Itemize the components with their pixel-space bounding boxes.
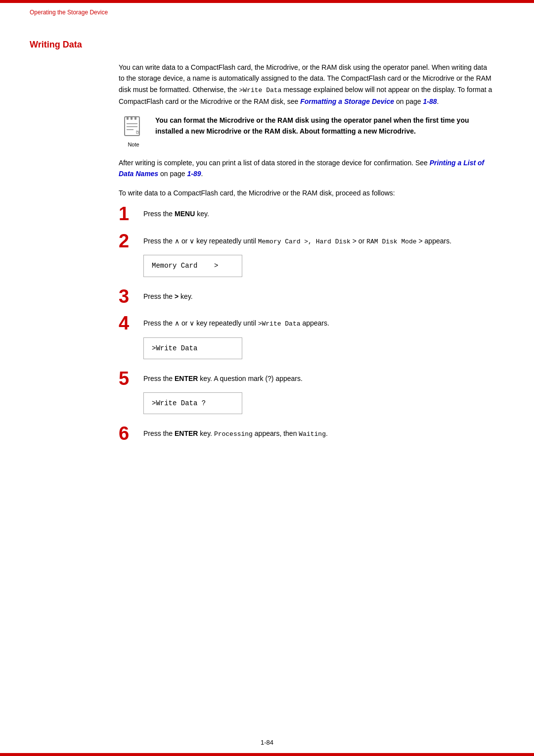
step-4-number: 4 — [119, 314, 143, 332]
inline-code-write: >Write Data — [239, 87, 282, 94]
body-paragraph-1: You can write data to a CompactFlash car… — [119, 62, 494, 107]
step-5-key: ENTER — [175, 375, 198, 382]
body-paragraph-3: To write data to a CompactFlash card, th… — [119, 188, 494, 198]
step-1-key: MENU — [175, 210, 195, 218]
top-border — [0, 0, 534, 3]
step-1-number: 1 — [119, 204, 143, 223]
step-5-codebox: >Write Data ? — [143, 392, 242, 414]
step-6-text: Press the ENTER key. Processing appears,… — [143, 428, 494, 440]
formatting-page-link[interactable]: 1-88 — [423, 97, 437, 105]
step-3-content: Press the > key. — [143, 289, 494, 307]
step-6-code1: Processing — [214, 430, 253, 438]
step-6-code2: Waiting — [299, 430, 326, 438]
note-block: Note You can format the Microdrive or th… — [119, 115, 494, 147]
step-6: 6 Press the ENTER key. Processing appear… — [119, 426, 494, 445]
step-5-text: Press the ENTER key. A question mark (?)… — [143, 373, 494, 384]
section-title: Writing Data — [30, 40, 504, 50]
bottom-border — [0, 753, 534, 756]
step-2-codebox: Memory Card > — [143, 255, 242, 277]
breadcrumb: Operating the Storage Device — [30, 9, 108, 16]
steps-container: 1 Press the MENU key. 2 Press the ∧ or ∨… — [119, 206, 494, 445]
step-6-number: 6 — [119, 424, 143, 443]
step-4-text: Press the ∧ or ∨ key repeatedly until >W… — [143, 318, 494, 330]
step-2-text: Press the ∧ or ∨ key repeatedly until Me… — [143, 236, 494, 247]
step-2: 2 Press the ∧ or ∨ key repeatedly until … — [119, 234, 494, 280]
step-2-content: Press the ∧ or ∨ key repeatedly until Me… — [143, 234, 494, 280]
step-2-code1: Memory Card >, Hard Disk — [258, 238, 351, 245]
step-1-content: Press the MENU key. — [143, 206, 494, 224]
step-4-content: Press the ∧ or ∨ key repeatedly until >W… — [143, 316, 494, 362]
step-1-text: Press the MENU key. — [143, 208, 494, 219]
step-5: 5 Press the ENTER key. A question mark (… — [119, 371, 494, 417]
step-3-text: Press the > key. — [143, 291, 494, 302]
step-5-content: Press the ENTER key. A question mark (?)… — [143, 371, 494, 417]
step-2-code2: RAM Disk Mode — [366, 238, 416, 245]
step-6-content: Press the ENTER key. Processing appears,… — [143, 426, 494, 445]
svg-rect-2 — [131, 117, 133, 120]
note-label: Note — [128, 142, 139, 147]
body-text-1b: on page — [394, 97, 423, 105]
step-3-number: 3 — [119, 287, 143, 306]
note-text: You can format the Microdrive or the RAM… — [155, 115, 494, 137]
printing-page-link[interactable]: 1-89 — [187, 170, 201, 178]
note-icon-wrap: Note — [119, 115, 148, 147]
step-4: 4 Press the ∧ or ∨ key repeatedly until … — [119, 316, 494, 362]
svg-rect-3 — [134, 117, 136, 120]
page-footer: 1-84 — [0, 739, 534, 746]
body-paragraph-2: After writing is complete, you can print… — [119, 157, 494, 180]
page-number: 1-84 — [261, 739, 273, 746]
step-6-key: ENTER — [175, 429, 198, 437]
svg-rect-1 — [127, 117, 129, 120]
step-5-number: 5 — [119, 369, 143, 388]
step-4-codebox: >Write Data — [143, 337, 242, 359]
note-icon — [121, 115, 146, 141]
formatting-link[interactable]: Formatting a Storage Device — [300, 97, 394, 105]
step-3: 3 Press the > key. — [119, 289, 494, 307]
step-3-key: > — [175, 292, 178, 300]
step-1: 1 Press the MENU key. — [119, 206, 494, 224]
step-4-code1: >Write Data — [258, 320, 301, 328]
step-2-number: 2 — [119, 232, 143, 250]
